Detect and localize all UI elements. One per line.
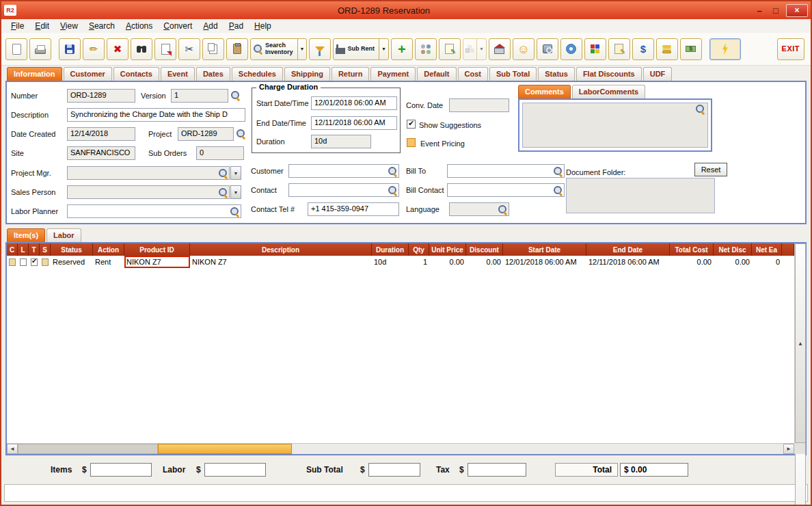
tab-customer[interactable]: Customer <box>64 67 112 81</box>
document-folder-textarea[interactable] <box>566 178 715 213</box>
tab-schedules[interactable]: Schedules <box>232 67 283 81</box>
dropdown-arrow-icon[interactable]: ▼ <box>379 39 386 59</box>
menu-convert[interactable]: Convert <box>158 20 198 32</box>
menu-add[interactable]: Add <box>198 20 223 32</box>
customer-service-button[interactable]: ☺ <box>513 38 534 60</box>
cut-button[interactable]: ✂ <box>178 38 200 60</box>
cell-c[interactable] <box>7 256 18 268</box>
copy-button[interactable] <box>202 38 224 60</box>
menu-actions[interactable]: Actions <box>120 20 158 32</box>
money-exchange-button[interactable] <box>680 38 702 60</box>
customer-field[interactable] <box>288 164 399 178</box>
notes-button[interactable] <box>608 38 630 60</box>
row-checkbox-s[interactable] <box>42 258 49 266</box>
comments-textarea[interactable] <box>522 103 708 148</box>
dropdown-arrow-icon[interactable]: ▼ <box>297 39 305 59</box>
safe-button[interactable] <box>537 38 558 60</box>
cell-net-ea[interactable]: 0 <box>752 256 782 268</box>
bill-to-search-icon[interactable] <box>553 166 563 176</box>
edit-button[interactable]: ✏ <box>83 38 105 60</box>
exit-button[interactable]: EXIT <box>777 38 804 60</box>
comments-tab-comments[interactable]: Comments <box>518 85 571 98</box>
col-header-t[interactable]: T <box>29 243 40 256</box>
tab-flat-discounts[interactable]: Flat Discounts <box>576 67 642 81</box>
col-header-end-date[interactable]: End Date <box>586 243 670 256</box>
bill-to-field[interactable] <box>447 164 565 178</box>
bill-contact-search-icon[interactable] <box>553 185 563 196</box>
col-header-qty[interactable]: Qty <box>409 243 429 256</box>
scroll-right-button[interactable]: ► <box>783 444 794 454</box>
sales-person-dropdown-button[interactable]: ▼ <box>230 185 241 199</box>
disk-button[interactable] <box>560 38 582 60</box>
menu-view[interactable]: View <box>55 20 83 32</box>
menu-help[interactable]: Help <box>249 20 277 32</box>
number-field[interactable]: ORD-1289 <box>67 89 135 103</box>
items-tab-labor[interactable]: Labor <box>46 228 81 242</box>
tab-payment[interactable]: Payment <box>370 67 416 81</box>
version-field[interactable]: 1 <box>171 89 228 103</box>
menu-search[interactable]: Search <box>83 20 120 32</box>
col-header-product-id[interactable]: Product ID <box>124 243 190 256</box>
cell-s[interactable] <box>40 256 51 268</box>
new-document-button[interactable] <box>5 38 27 60</box>
comments-search-icon[interactable] <box>695 104 705 114</box>
col-header-description[interactable]: Description <box>190 243 372 256</box>
groups-button[interactable] <box>415 38 437 60</box>
language-search-icon[interactable] <box>498 204 508 215</box>
contact-tel-field[interactable]: +1 415-359-0947 <box>308 202 399 216</box>
col-header-net-disc[interactable]: Net Disc <box>714 243 752 256</box>
row-checkbox-t[interactable] <box>31 258 38 266</box>
sub-orders-field[interactable]: 0 <box>196 146 244 160</box>
cell-end-date[interactable]: 12/11/2018 06:00 AM <box>586 256 670 268</box>
bill-contact-field[interactable] <box>447 183 565 197</box>
cell-l[interactable] <box>18 256 29 268</box>
dropdown-arrow-icon[interactable]: ▼ <box>476 39 484 59</box>
frozen-scroll-thumb[interactable] <box>18 444 158 454</box>
cell-description[interactable]: NIKON Z7 <box>190 256 372 268</box>
minimize-button[interactable]: – <box>751 4 768 16</box>
tab-udf[interactable]: UDF <box>643 67 673 81</box>
table-row[interactable]: ReservedRentNIKON Z7NIKON Z710d10.000.00… <box>7 256 794 268</box>
menu-file[interactable]: File <box>5 20 29 32</box>
edit-note-button[interactable] <box>439 38 461 60</box>
contact-search-icon[interactable] <box>388 185 398 196</box>
description-field[interactable]: Synchronizing the Charge Date with the S… <box>67 108 245 122</box>
tab-return[interactable]: Return <box>331 67 369 81</box>
paste-button[interactable] <box>226 38 248 60</box>
horizontal-scroll-thumb[interactable] <box>158 444 292 454</box>
col-header-s[interactable]: S <box>40 243 51 256</box>
labor-planner-field[interactable] <box>67 204 241 218</box>
sub-rent-button[interactable]: Sub Rent▼ <box>333 38 388 60</box>
col-header-discount[interactable]: Discount <box>466 243 503 256</box>
cell-total-cost[interactable]: 0.00 <box>670 256 714 268</box>
cell-qty[interactable]: 1 <box>409 256 429 268</box>
export-button[interactable] <box>154 38 176 60</box>
tab-information[interactable]: Information <box>7 67 62 81</box>
coins-button[interactable] <box>656 38 678 60</box>
row-checkbox-l[interactable] <box>20 258 27 266</box>
show-suggestions-checkbox[interactable] <box>407 120 416 129</box>
tab-dates[interactable]: Dates <box>196 67 230 81</box>
items-tab-item-s[interactable]: Item(s) <box>7 228 45 242</box>
reset-button[interactable]: Reset <box>694 163 727 176</box>
tab-sub-total[interactable]: Sub Total <box>489 67 537 81</box>
scroll-left-button[interactable]: ◄ <box>7 444 18 454</box>
tab-contacts[interactable]: Contacts <box>113 67 159 81</box>
cell-net-disc[interactable]: 0.00 <box>714 256 752 268</box>
cell-action[interactable]: Rent <box>93 256 124 268</box>
tab-default[interactable]: Default <box>417 67 456 81</box>
col-header-net-ea[interactable]: Net Ea <box>752 243 782 256</box>
batch-button[interactable]: ▼ <box>463 38 487 60</box>
warehouse-button[interactable] <box>489 38 511 60</box>
menu-edit[interactable]: Edit <box>29 20 55 32</box>
labor-planner-search-icon[interactable] <box>230 207 240 217</box>
cell-discount[interactable]: 0.00 <box>466 256 503 268</box>
cube-button[interactable] <box>584 38 606 60</box>
kit-funnel-button[interactable] <box>309 38 331 60</box>
delete-button[interactable]: ✖ <box>107 38 128 60</box>
language-field[interactable] <box>449 202 509 216</box>
cell-status[interactable]: Reserved <box>51 256 93 268</box>
col-header-unit-price[interactable]: Unit Price <box>429 243 466 256</box>
col-header-total-cost[interactable]: Total Cost <box>670 243 714 256</box>
cell-start-date[interactable]: 12/01/2018 06:00 AM <box>503 256 586 268</box>
